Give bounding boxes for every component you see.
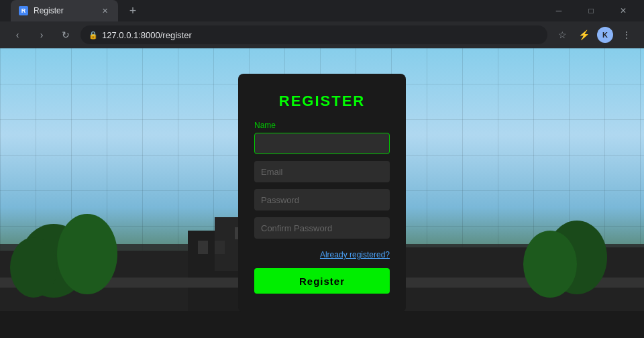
tab-favicon: R (19, 6, 28, 15)
name-field-group: Name (254, 121, 390, 154)
email-field-group (254, 161, 390, 182)
title-bar-controls: ─ □ ✕ (543, 0, 639, 21)
active-tab[interactable]: R Register ✕ (11, 0, 118, 21)
register-card: REGISTER Name Already registered? Regist… (238, 74, 406, 312)
confirm-password-input[interactable] (254, 217, 390, 239)
new-tab-button[interactable]: + (123, 1, 142, 20)
register-button[interactable]: Register (254, 268, 390, 294)
svg-rect-11 (198, 241, 208, 254)
url-text: 127.0.0.1:8000/register (102, 30, 192, 40)
register-title: REGISTER (254, 93, 390, 110)
nav-actions: ☆ ⚡ K ⋮ (553, 25, 636, 44)
lock-icon: 🔒 (89, 31, 98, 40)
name-label: Name (254, 121, 390, 130)
page-content: REGISTER Name Already registered? Regist… (0, 48, 644, 338)
password-field-group (254, 189, 390, 210)
name-input[interactable] (254, 133, 390, 154)
password-input[interactable] (254, 189, 390, 210)
maximize-button[interactable]: □ (576, 0, 606, 21)
extensions-button[interactable]: ⚡ (574, 25, 593, 44)
browser-chrome: R Register ✕ + ─ □ ✕ ‹ › ↻ (0, 0, 644, 48)
menu-button[interactable]: ⋮ (617, 25, 636, 44)
tab-title: Register (34, 6, 94, 15)
title-bar: R Register ✕ + ─ □ ✕ (0, 0, 644, 21)
svg-point-7 (57, 214, 117, 294)
email-input[interactable] (254, 161, 390, 182)
svg-rect-14 (0, 311, 644, 338)
already-registered-container: Already registered? (254, 248, 390, 260)
svg-point-10 (523, 231, 577, 298)
bookmark-button[interactable]: ☆ (553, 25, 572, 44)
close-button[interactable]: ✕ (608, 0, 639, 21)
tab-close-button[interactable]: ✕ (99, 5, 110, 16)
tab-bar: R Register ✕ + (5, 0, 541, 23)
profile-button[interactable]: K (597, 27, 613, 43)
nav-bar: ‹ › ↻ 🔒 127.0.0.1:8000/register ☆ ⚡ K ⋮ (0, 21, 644, 48)
address-bar[interactable]: 🔒 127.0.0.1:8000/register (80, 25, 547, 44)
already-registered-link[interactable]: Already registered? (320, 250, 390, 259)
confirm-password-field-group (254, 217, 390, 239)
reload-button[interactable]: ↻ (56, 25, 75, 44)
svg-rect-12 (215, 241, 225, 254)
profile-container[interactable]: K (596, 25, 614, 44)
back-button[interactable]: ‹ (8, 25, 27, 44)
forward-button[interactable]: › (32, 25, 51, 44)
svg-point-8 (10, 237, 57, 298)
minimize-button[interactable]: ─ (543, 0, 574, 21)
